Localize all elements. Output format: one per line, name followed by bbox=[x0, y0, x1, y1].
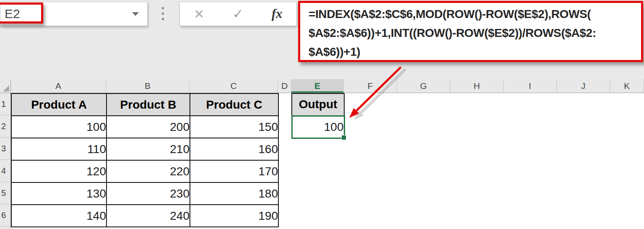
formula-bar-region: E2 ✕ ✓ fx =INDEX($A$2:$C$6,MOD(ROW()-ROW… bbox=[0, 0, 644, 79]
column-header-D[interactable]: D bbox=[278, 79, 291, 93]
cell-B1[interactable]: Product B bbox=[106, 94, 190, 116]
cell-D6[interactable] bbox=[278, 205, 292, 227]
cell-A3[interactable]: 110 bbox=[11, 138, 106, 160]
column-header-H[interactable]: H bbox=[450, 79, 504, 93]
column-header-G[interactable]: G bbox=[397, 79, 450, 93]
column-header-C[interactable]: C bbox=[190, 79, 278, 93]
cell-D3[interactable] bbox=[278, 138, 292, 160]
cell-E4[interactable] bbox=[292, 160, 344, 182]
row-header-2[interactable]: 2 bbox=[0, 115, 10, 138]
cell-grid: Product AProduct BProduct COutput1002001… bbox=[11, 93, 345, 227]
cell-D4[interactable] bbox=[278, 160, 292, 182]
row-header-4[interactable]: 4 bbox=[0, 160, 10, 182]
column-header-B[interactable]: B bbox=[106, 79, 190, 93]
cell-A5[interactable]: 130 bbox=[11, 182, 106, 205]
cell-D1[interactable] bbox=[278, 94, 292, 116]
cell-E6[interactable] bbox=[292, 205, 344, 227]
cell-C6[interactable]: 190 bbox=[190, 205, 278, 227]
row-header-3[interactable]: 3 bbox=[0, 138, 10, 160]
column-header-A[interactable]: A bbox=[11, 79, 106, 93]
cell-A2[interactable]: 100 bbox=[11, 116, 106, 138]
column-header-J[interactable]: J bbox=[557, 79, 610, 93]
row-header-1[interactable]: 1 bbox=[0, 93, 10, 115]
cell-D5[interactable] bbox=[278, 182, 292, 205]
cell-D2[interactable] bbox=[278, 116, 292, 138]
cell-E1[interactable]: Output bbox=[292, 94, 344, 116]
formula-line-1: =INDEX($A$2:$C$6,MOD(ROW()-ROW($E$2),ROW… bbox=[309, 5, 641, 23]
cancel-icon[interactable]: ✕ bbox=[194, 7, 204, 21]
cell-C5[interactable]: 180 bbox=[190, 182, 278, 205]
name-box-dropdown-icon[interactable] bbox=[132, 12, 139, 16]
column-header-F[interactable]: F bbox=[344, 79, 397, 93]
formula-line-2: $A$2:$A$6))+1,INT((ROW()-ROW($E$2))/ROWS… bbox=[309, 23, 641, 42]
row-header-5[interactable]: 5 bbox=[0, 182, 10, 204]
column-header-K[interactable]: K bbox=[610, 79, 644, 93]
spreadsheet-grid: ABCDEFGHIJK 123456 Product AProduct BPro… bbox=[0, 79, 644, 229]
cell-E5[interactable] bbox=[292, 182, 344, 205]
fill-handle[interactable] bbox=[341, 135, 346, 140]
cell-B3[interactable]: 210 bbox=[106, 138, 190, 160]
enter-icon[interactable]: ✓ bbox=[232, 6, 244, 22]
cell-E2[interactable]: 100 bbox=[292, 116, 344, 138]
cell-E3[interactable] bbox=[292, 138, 344, 160]
select-all-corner[interactable] bbox=[0, 79, 11, 93]
cell-A6[interactable]: 140 bbox=[11, 205, 106, 227]
cell-B6[interactable]: 240 bbox=[106, 205, 190, 227]
formula-line-3: $A$6))+1) bbox=[309, 42, 641, 61]
column-header-E[interactable]: E bbox=[291, 79, 344, 93]
row-header-strip: 123456 bbox=[0, 93, 11, 229]
formula-bar-drag-handle[interactable] bbox=[162, 7, 164, 23]
formula-annotation-box: =INDEX($A$2:$C$6,MOD(ROW()-ROW($E$2),ROW… bbox=[298, 1, 643, 62]
cell-B2[interactable]: 200 bbox=[106, 116, 190, 138]
cell-B4[interactable]: 220 bbox=[106, 160, 190, 182]
column-header-I[interactable]: I bbox=[504, 79, 557, 93]
cell-B5[interactable]: 230 bbox=[106, 182, 190, 205]
cell-C3[interactable]: 160 bbox=[190, 138, 278, 160]
row-header-6[interactable]: 6 bbox=[0, 204, 10, 226]
select-all-triangle-icon bbox=[3, 85, 9, 91]
cell-A4[interactable]: 120 bbox=[11, 160, 106, 182]
column-header-strip: ABCDEFGHIJK bbox=[0, 79, 644, 93]
name-box-highlight-annotation bbox=[0, 3, 43, 23]
cell-A1[interactable]: Product A bbox=[11, 94, 106, 116]
cell-C1[interactable]: Product C bbox=[190, 94, 278, 116]
insert-function-icon[interactable]: fx bbox=[272, 6, 283, 21]
cell-C2[interactable]: 150 bbox=[190, 116, 278, 138]
cell-C4[interactable]: 170 bbox=[190, 160, 278, 182]
formula-bar-buttons: ✕ ✓ fx bbox=[179, 2, 297, 26]
excel-window: E2 ✕ ✓ fx =INDEX($A$2:$C$6,MOD(ROW()-ROW… bbox=[0, 0, 644, 229]
